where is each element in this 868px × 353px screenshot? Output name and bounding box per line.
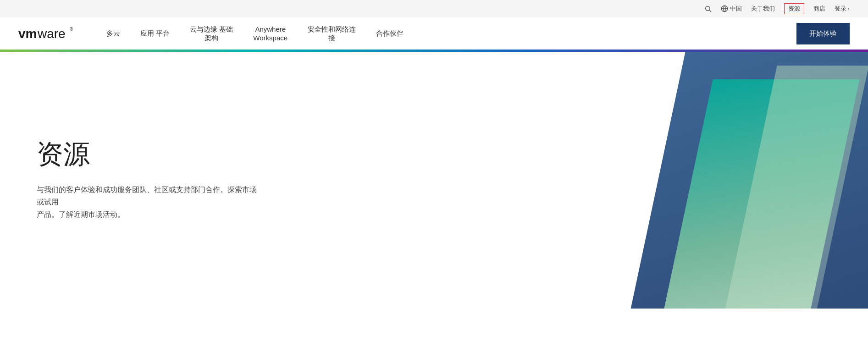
hero-section: 资源 与我们的客户体验和成功服务团队、社区或支持部门合作。探索市场或试用 产品。… xyxy=(0,52,868,309)
svg-text:vm: vm xyxy=(18,27,37,41)
top-utility-bar: 中国 关于我们 资源 商店 登录 › xyxy=(0,0,868,17)
nav-items: 多云 应用 平台 云与边缘 基础 架构 Anywhere Workspace 安… xyxy=(96,17,796,50)
svg-text:ware: ware xyxy=(37,27,66,41)
search-icon[interactable] xyxy=(704,5,712,12)
cta-get-started-button[interactable]: 开始体验 xyxy=(796,23,850,44)
nav-item-multicloud[interactable]: 多云 xyxy=(96,17,130,50)
nav-item-anywhere-workspace[interactable]: Anywhere Workspace xyxy=(243,17,298,50)
globe-icon xyxy=(721,5,728,12)
nav-item-cloud-edge[interactable]: 云与边缘 基础 架构 xyxy=(180,17,243,50)
main-navigation: vm ware ® 多云 应用 平台 云与边缘 基础 架构 Anywhere W… xyxy=(0,17,868,50)
about-link[interactable]: 关于我们 xyxy=(751,5,775,13)
hero-content: 资源 与我们的客户体验和成功服务团队、社区或支持部门合作。探索市场或试用 产品。… xyxy=(0,103,298,257)
nav-item-app-platform[interactable]: 应用 平台 xyxy=(130,17,180,50)
store-link[interactable]: 商店 xyxy=(813,5,825,13)
login-arrow: › xyxy=(848,6,850,11)
svg-line-1 xyxy=(709,10,711,12)
hero-description: 与我们的客户体验和成功服务团队、社区或支持部门合作。探索市场或试用 产品。了解近… xyxy=(37,183,261,221)
login-link[interactable]: 登录 › xyxy=(835,5,850,13)
region-selector[interactable]: 中国 xyxy=(721,5,742,13)
hero-decorative-shapes xyxy=(524,52,868,309)
region-label: 中国 xyxy=(730,5,742,13)
vmware-logo[interactable]: vm ware ® xyxy=(18,24,73,43)
hero-title: 资源 xyxy=(37,139,261,169)
nav-item-partners[interactable]: 合作伙伴 xyxy=(366,17,414,50)
nav-item-security-networking[interactable]: 安全性和网络连 接 xyxy=(298,17,366,50)
svg-text:®: ® xyxy=(70,27,73,32)
resources-link[interactable]: 资源 xyxy=(784,3,804,14)
